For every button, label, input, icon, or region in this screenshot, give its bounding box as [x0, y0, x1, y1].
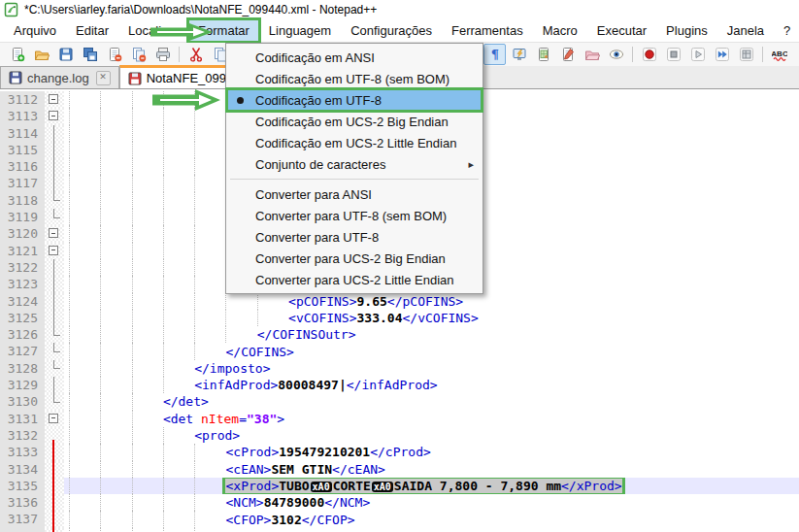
code-line[interactable]: 3126</COFINSOutr>: [0, 326, 799, 343]
menu-item-converter-para-ucs-2-little-endian[interactable]: Converter para UCS-2 Little Endian: [227, 269, 482, 290]
fold-collapse-icon[interactable]: [49, 111, 58, 120]
play-macro-icon[interactable]: [686, 44, 709, 65]
code-line[interactable]: 3124<pCOFINS>9.65</pCOFINS>: [0, 293, 799, 310]
menu-item-codifica-o-em-utf-8-sem-bom-[interactable]: Codificação em UTF-8 (sem BOM): [227, 68, 482, 89]
indent-guide: [100, 108, 131, 124]
fold-margin-toggle[interactable]: [45, 427, 64, 444]
indent-guide: [132, 528, 163, 532]
code-content[interactable]: <det nItem="38">: [64, 411, 799, 427]
code-content[interactable]: <cEAN>SEM GTIN</cEAN>: [64, 461, 799, 478]
code-line[interactable]: 3135<xProd>TUBOxA0CORTExA0SAIDA 7,800 - …: [0, 478, 799, 494]
menubar-item-configuraes[interactable]: Configurações: [341, 19, 442, 42]
code-content[interactable]: <vCOFINS>333.04</vCOFINS>: [64, 310, 799, 326]
menu-item-conjunto-de-caracteres[interactable]: Conjunto de caracteres▸: [227, 153, 482, 175]
menubar-item-?[interactable]: ?: [774, 19, 799, 42]
stop-macro-icon[interactable]: [662, 44, 684, 65]
code-line[interactable]: 3132<prod>: [0, 427, 799, 444]
menu-item-converter-para-utf-8-sem-bom-[interactable]: Converter para UTF-8 (sem BOM): [227, 205, 482, 226]
record-macro-icon[interactable]: [638, 44, 660, 65]
menubar-item-executar[interactable]: Executar: [587, 19, 656, 42]
fold-margin-toggle[interactable]: [45, 243, 64, 259]
indent-guide: [194, 293, 225, 310]
code-content[interactable]: </det>: [64, 393, 799, 410]
menu-item-codifica-o-em-utf-8[interactable]: Codificação em UTF-8: [227, 89, 482, 111]
menubar-item-localizar[interactable]: Localizar: [118, 19, 188, 42]
code-content[interactable]: <prod>: [64, 427, 799, 444]
code-line[interactable]: 3129<infAdProd>80008497|</infAdProd>: [0, 377, 799, 393]
tab-change-log[interactable]: change.log✕: [0, 66, 119, 88]
code-line[interactable]: 3133<cProd>195479210201</cProd>: [0, 444, 799, 460]
workspace-folder-icon[interactable]: [581, 44, 603, 65]
code-line[interactable]: 3130</det>: [0, 393, 799, 410]
close-all-icon[interactable]: [127, 44, 150, 65]
menu-item-converter-para-ansi[interactable]: Converter para ANSI: [227, 183, 482, 205]
spell-check-icon[interactable]: ABC: [768, 44, 790, 65]
document-map-icon[interactable]: [532, 44, 554, 65]
save-all-icon[interactable]: [79, 44, 101, 65]
monitoring-eye-icon[interactable]: [605, 44, 627, 65]
menubar-item-macro[interactable]: Macro: [533, 19, 587, 42]
code-line[interactable]: 3131<det nItem="38">: [0, 411, 799, 427]
fold-margin-toggle[interactable]: [45, 108, 64, 124]
menubar-item-plugins[interactable]: Plugins: [656, 19, 717, 42]
cut-icon[interactable]: [184, 44, 207, 65]
line-number: 3115: [0, 142, 45, 158]
new-file-icon[interactable]: [6, 44, 28, 65]
code-content[interactable]: <cProd>195479210201</cProd>: [64, 444, 799, 460]
show-all-chars-icon[interactable]: ¶: [483, 44, 506, 65]
code-content[interactable]: <uCom>PC</uCom>: [64, 528, 799, 532]
indent-guide: [69, 243, 100, 259]
run-macro-multiple-icon[interactable]: [711, 44, 733, 65]
fold-margin-toggle[interactable]: [45, 91, 64, 108]
menu-item-converter-para-ucs-2-big-endian[interactable]: Converter para UCS-2 Big Endian: [227, 248, 482, 269]
fold-margin-toggle[interactable]: [45, 225, 64, 242]
sync-scroll-icon[interactable]: [508, 44, 530, 65]
indent-guide: [194, 91, 225, 108]
code-line[interactable]: 3136<NCM>84789000</NCM>: [0, 494, 799, 511]
code-content[interactable]: <pCOFINS>9.65</pCOFINS>: [64, 293, 799, 310]
menu-item-converter-para-utf-8[interactable]: Converter para UTF-8: [227, 226, 482, 248]
fold-collapse-icon[interactable]: [49, 94, 58, 104]
code-content[interactable]: </COFINSOutr>: [64, 326, 799, 343]
code-content[interactable]: </COFINS>: [64, 343, 799, 359]
code-line[interactable]: 3128</imposto>: [0, 360, 799, 377]
save-file-icon[interactable]: [54, 44, 77, 65]
indent-guide: [132, 393, 163, 410]
fold-collapse-icon[interactable]: [49, 228, 58, 238]
menu-item-codifica-o-em-ansi[interactable]: Codificação em ANSI: [227, 47, 482, 68]
indent-guide: [100, 259, 131, 276]
code-line[interactable]: 3134<cEAN>SEM GTIN</cEAN>: [0, 461, 799, 478]
fold-collapse-icon[interactable]: [49, 246, 58, 255]
indent-guide: [163, 444, 194, 460]
open-folder-icon[interactable]: [30, 44, 52, 65]
indent-guide: [100, 494, 131, 511]
menubar-item-ferramentas[interactable]: Ferramentas: [442, 19, 533, 42]
function-list-icon[interactable]: [556, 44, 579, 65]
indent-guide: [132, 293, 163, 310]
fold-margin-toggle[interactable]: [45, 411, 64, 427]
fold-collapse-icon[interactable]: [49, 414, 58, 423]
code-line[interactable]: 3137<CFOP>3102</CFOP>: [0, 511, 799, 527]
code-content[interactable]: <xProd>TUBOxA0CORTExA0SAIDA 7,800 - 7,89…: [64, 478, 799, 494]
menu-item-codifica-o-em-ucs-2-big-endian[interactable]: Codificação em UCS-2 Big Endian: [227, 111, 482, 132]
code-content[interactable]: <infAdProd>80008497|</infAdProd>: [64, 377, 799, 393]
code-content[interactable]: <NCM>84789000</NCM>: [64, 494, 799, 511]
print-icon[interactable]: [151, 44, 174, 65]
fold-margin: [45, 326, 64, 343]
indent-guide: [132, 259, 163, 276]
code-line[interactable]: 3125<vCOFINS>333.04</vCOFINS>: [0, 310, 799, 326]
code-line[interactable]: 3138<uCom>PC</uCom>: [0, 528, 799, 532]
save-macro-icon[interactable]: [735, 44, 757, 65]
menubar-item-arquivo[interactable]: Arquivo: [4, 19, 66, 42]
menubar-item-editar[interactable]: Editar: [66, 19, 118, 42]
menubar-item-janela[interactable]: Janela: [717, 19, 774, 42]
code-content[interactable]: <CFOP>3102</CFOP>: [64, 511, 799, 527]
menubar-item-linguagem[interactable]: Linguagem: [259, 19, 341, 42]
close-file-icon[interactable]: [103, 44, 125, 65]
code-line[interactable]: 3127</COFINS>: [0, 343, 799, 359]
menu-item-codifica-o-em-ucs-2-little-endian[interactable]: Codificação em UCS-2 Little Endian: [227, 132, 482, 153]
tab-close-icon[interactable]: ✕: [96, 71, 111, 85]
code-content[interactable]: </imposto>: [64, 360, 799, 377]
indent-guide: [194, 494, 225, 511]
menubar-item-formatar[interactable]: Formatar: [188, 19, 259, 42]
